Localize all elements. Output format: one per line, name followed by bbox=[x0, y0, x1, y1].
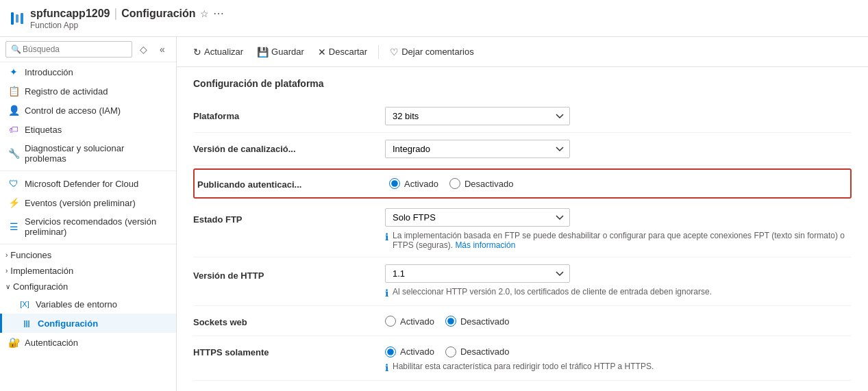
version-http-select[interactable]: 1.1 2.0 bbox=[385, 264, 570, 283]
https-activado-radio[interactable] bbox=[385, 346, 396, 357]
estado-ftp-info-link[interactable]: Más información bbox=[455, 240, 515, 250]
sidebar-item-events[interactable]: ⚡ Eventos (versión preliminar) bbox=[0, 193, 176, 212]
azure-logo bbox=[11, 12, 23, 25]
https-solamente-row: HTTPS solamente Activado Desactivado bbox=[193, 336, 852, 381]
sockets-web-label: Sockets web bbox=[193, 313, 385, 327]
sockets-radio-group: Activado Desactivado bbox=[385, 313, 852, 327]
https-activado-option[interactable]: Activado bbox=[385, 346, 434, 357]
sidebar-item-config[interactable]: ||| Configuración bbox=[0, 314, 176, 333]
version-http-row: Versión de HTTP 1.1 2.0 ℹ Al seleccionar… bbox=[193, 257, 852, 306]
sidebar-item-label: Autenticación bbox=[25, 338, 78, 348]
chevron-down-icon: ∨ bbox=[5, 283, 10, 290]
sidebar-item-label: Registro de actividad bbox=[25, 86, 108, 97]
group-label: Funciones bbox=[10, 250, 51, 260]
toolbar: ↻ Actualizar 💾 Guardar ✕ Descartar ♡ Dej… bbox=[177, 37, 868, 67]
sidebar-item-label: Etiquetas bbox=[25, 125, 62, 135]
publicando-desactivado-option[interactable]: Desactivado bbox=[449, 178, 514, 189]
https-label: HTTPS solamente bbox=[193, 343, 385, 357]
publicando-autenticaci-label: Publicando autenticaci... bbox=[197, 175, 389, 190]
version-canalizacion-select[interactable]: Integrado Clásico bbox=[385, 140, 570, 158]
publicando-activado-radio[interactable] bbox=[389, 178, 400, 189]
save-icon: 💾 bbox=[257, 47, 269, 58]
sidebar-divider-2 bbox=[0, 244, 176, 244]
version-canalizacion-control: Integrado Clásico bbox=[385, 140, 852, 158]
sidebar-item-label: Configuración bbox=[38, 318, 98, 329]
logo-bar-1 bbox=[11, 12, 14, 25]
https-info-text: Habilitar esta característica para redir… bbox=[393, 362, 654, 371]
nav-forward-btn[interactable]: ◇ bbox=[135, 41, 151, 58]
sockets-desactivado-radio[interactable] bbox=[445, 316, 456, 327]
https-radio-group: Activado Desactivado bbox=[385, 344, 852, 357]
app-container: spfuncapp1209 | Configuración ☆ ⋯ Functi… bbox=[0, 0, 868, 391]
star-icon[interactable]: ☆ bbox=[200, 8, 209, 19]
estado-ftp-control: Solo FTPS Habilitado Deshabilitado bbox=[385, 208, 852, 227]
info-icon: ℹ bbox=[385, 288, 388, 299]
app-name: spfuncapp1209 bbox=[30, 8, 110, 20]
sidebar-item-diag[interactable]: 🔧 Diagnosticar y solucionar problemas bbox=[0, 139, 176, 168]
group-label: Implementación bbox=[10, 266, 73, 276]
diag-icon: 🔧 bbox=[8, 148, 19, 159]
config-icon: ||| bbox=[21, 318, 32, 329]
intro-icon: ✦ bbox=[8, 66, 19, 77]
estado-ftp-row: Estado FTP Solo FTPS Habilitado Deshabil… bbox=[193, 201, 852, 257]
estado-ftp-select[interactable]: Solo FTPS Habilitado Deshabilitado bbox=[385, 208, 570, 227]
sidebar-item-label: Variables de entorno bbox=[36, 299, 117, 310]
defender-icon: 🛡 bbox=[8, 178, 19, 189]
sidebar-item-recommended[interactable]: ☰ Servicios recomendados (versión prelim… bbox=[0, 212, 176, 241]
https-activado-label: Activado bbox=[400, 346, 434, 357]
sidebar-item-env-vars[interactable]: [X] Variables de entorno bbox=[0, 294, 176, 314]
header-title-block: spfuncapp1209 | Configuración ☆ ⋯ Functi… bbox=[30, 6, 224, 30]
sidebar-item-iam[interactable]: 👤 Control de acceso (IAM) bbox=[0, 101, 176, 120]
sockets-desactivado-label: Desactivado bbox=[460, 316, 510, 327]
content-area: ↻ Actualizar 💾 Guardar ✕ Descartar ♡ Dej… bbox=[177, 37, 868, 391]
sidebar-item-label: Eventos (versión preliminar) bbox=[25, 198, 136, 208]
sidebar-item-autenticacion[interactable]: 🔐 Autenticación bbox=[0, 333, 176, 352]
sidebar-divider-1 bbox=[0, 171, 176, 171]
chevron-right-icon: › bbox=[5, 267, 8, 275]
refresh-icon: ↻ bbox=[193, 47, 201, 58]
publicando-activado-option[interactable]: Activado bbox=[389, 178, 438, 189]
publicando-activado-label: Activado bbox=[404, 179, 438, 189]
sockets-activado-radio[interactable] bbox=[385, 316, 396, 327]
estado-ftp-info-wrap: ℹ La implementación basada en FTP se pue… bbox=[193, 227, 852, 250]
collapse-sidebar-btn[interactable]: « bbox=[154, 41, 171, 58]
env-icon: [X] bbox=[19, 299, 30, 310]
https-desactivado-option[interactable]: Desactivado bbox=[445, 346, 510, 357]
publicando-autenticaci-row: Publicando autenticaci... Activado Desac… bbox=[193, 168, 852, 199]
sidebar-group-configuracion[interactable]: ∨ Configuración bbox=[0, 279, 176, 294]
plataforma-row: Plataforma 32 bits 64 bits bbox=[193, 100, 852, 133]
sidebar: 🔍 ◇ « ✦ Introducción 📋 Registro de activ… bbox=[0, 37, 177, 391]
refresh-button[interactable]: ↻ Actualizar bbox=[188, 44, 249, 60]
estado-ftp-info-text: La implementación basada en FTP se puede… bbox=[393, 231, 852, 250]
refresh-label: Actualizar bbox=[204, 47, 243, 57]
plataforma-control: 32 bits 64 bits bbox=[385, 107, 852, 125]
sidebar-group-implementacion[interactable]: › Implementación bbox=[0, 263, 176, 279]
save-label: Guardar bbox=[271, 47, 304, 57]
publicando-desactivado-radio[interactable] bbox=[449, 178, 460, 189]
sockets-web-row: Sockets web Activado Desactivado bbox=[193, 306, 852, 336]
discard-button[interactable]: ✕ Descartar bbox=[312, 44, 373, 60]
sockets-activado-option[interactable]: Activado bbox=[385, 316, 434, 327]
more-icon[interactable]: ⋯ bbox=[213, 7, 224, 20]
https-desactivado-radio[interactable] bbox=[445, 346, 456, 357]
sidebar-item-defender[interactable]: 🛡 Microsoft Defender for Cloud bbox=[0, 174, 176, 193]
save-button[interactable]: 💾 Guardar bbox=[251, 44, 310, 60]
sidebar-group-funciones[interactable]: › Funciones bbox=[0, 247, 176, 263]
feedback-icon: ♡ bbox=[390, 47, 399, 58]
sidebar-item-intro[interactable]: ✦ Introducción bbox=[0, 62, 176, 81]
sidebar-item-activity[interactable]: 📋 Registro de actividad bbox=[0, 81, 176, 101]
sidebar-item-tags[interactable]: 🏷 Etiquetas bbox=[0, 120, 176, 139]
plataforma-select[interactable]: 32 bits 64 bits bbox=[385, 107, 570, 125]
version-canalizacion-label: Versión de canalizació... bbox=[193, 140, 385, 154]
sockets-activado-label: Activado bbox=[400, 316, 434, 327]
feedback-button[interactable]: ♡ Dejar comentarios bbox=[384, 44, 480, 60]
publicando-autenticaci-control: Activado Desactivado bbox=[389, 175, 847, 189]
activity-icon: 📋 bbox=[8, 86, 19, 97]
estado-ftp-main: Estado FTP Solo FTPS Habilitado Deshabil… bbox=[193, 208, 852, 227]
version-http-info: ℹ Al seleccionar HTTP versión 2.0, los c… bbox=[385, 287, 712, 299]
publicando-radio-group: Activado Desactivado bbox=[389, 175, 847, 189]
search-input[interactable] bbox=[5, 41, 132, 58]
sockets-desactivado-option[interactable]: Desactivado bbox=[445, 316, 510, 327]
sidebar-item-label: Microsoft Defender for Cloud bbox=[25, 179, 138, 189]
version-http-info-text: Al seleccionar HTTP versión 2.0, los cer… bbox=[393, 287, 712, 297]
